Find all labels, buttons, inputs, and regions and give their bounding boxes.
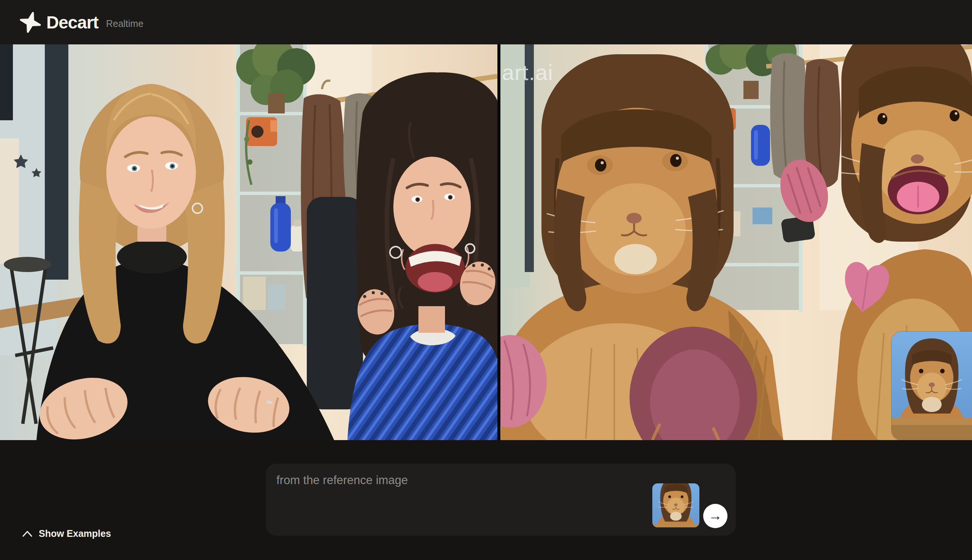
source-video-panel — [0, 44, 498, 440]
top-bar: Decart Realtime — [0, 0, 972, 44]
reference-image-pip[interactable] — [892, 332, 972, 440]
submit-prompt-button[interactable]: → — [703, 504, 728, 528]
watermark: art.ai — [502, 60, 553, 85]
reference-attachment-thumbnail[interactable] — [652, 483, 700, 527]
reference-attachment-art — [652, 483, 700, 527]
product-name: Realtime — [106, 18, 144, 29]
woman-curly-open-mouth — [406, 244, 465, 293]
source-video-scene — [0, 44, 498, 440]
orange-camera-box — [246, 117, 277, 146]
brand-name: Decart — [46, 12, 99, 33]
decart-logo-icon — [20, 12, 41, 33]
brand-home-link[interactable]: Decart Realtime — [20, 12, 144, 33]
blue-bottle-output — [751, 125, 770, 166]
reference-image-pip-art — [892, 332, 972, 440]
show-examples-button[interactable]: Show Examples — [20, 527, 112, 541]
guinea-pig-right-open-mouth — [888, 166, 949, 214]
decart-realtime-app: Decart Realtime — [0, 0, 972, 560]
video-stage: art.ai — [0, 44, 972, 440]
output-video-panel: art.ai — [500, 44, 972, 440]
office-chair — [307, 197, 363, 409]
woman-curly — [347, 72, 498, 440]
show-examples-label: Show Examples — [39, 528, 111, 539]
arrow-right-icon: → — [708, 509, 722, 522]
chevron-up-icon — [22, 530, 33, 538]
prompt-box: → — [266, 463, 736, 536]
